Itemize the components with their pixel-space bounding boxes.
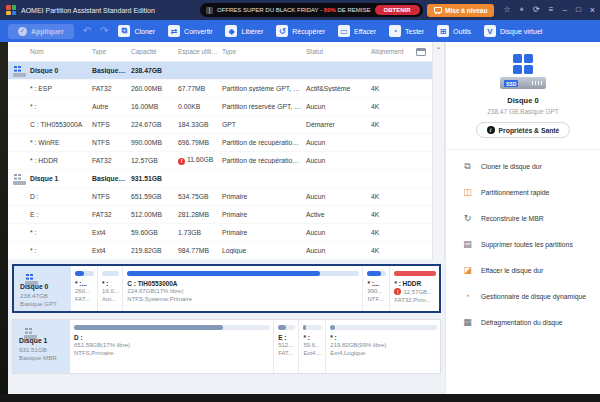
segment-label: * : HDDR	[394, 280, 436, 287]
rebuild-mbr-icon: ↻	[462, 213, 473, 224]
sidebar-action-delete-all-partitions[interactable]: ▤Supprimer toutes les partitions	[446, 231, 600, 257]
sidebar-action-wipe-disk[interactable]: ◪Effacer le disque dur	[446, 257, 600, 283]
toolbar-effacer-button[interactable]: ▭Effacer	[338, 25, 376, 37]
table-row-partition[interactable]: E :FAT32512.00MB281.28MBPrimaireActive4K	[8, 206, 432, 224]
toolbar-disque-virtuel-button[interactable]: VDisque virtuel	[484, 25, 542, 37]
table-scrollbar[interactable]: ▴ ▾	[432, 42, 445, 270]
effacer-icon: ▭	[338, 25, 350, 37]
table-row-partition[interactable]: * : ESPFAT32260.00MB67.77MBPartition sys…	[8, 80, 432, 98]
app-window: AOMEI Partition Assistant Standard Editi…	[0, 0, 600, 402]
partition-segment[interactable]: D :651.59GB(17% libre)NTFS,Primaire	[70, 320, 274, 373]
cell: Actif&Système	[306, 85, 371, 92]
table-row-disk[interactable]: Disque 0Basique GPT238.47GB	[8, 62, 432, 80]
partition-bar-fill	[330, 325, 334, 330]
toolbar-recuperer-button[interactable]: ↺Récupérer	[276, 25, 325, 37]
menu-icon[interactable]: ≡	[549, 6, 554, 14]
action-label: Effacer le disque dur	[481, 267, 543, 274]
cell: Aucun	[306, 157, 371, 164]
sidebar-action-disk-defrag[interactable]: ▦Défragmentation du disque	[446, 309, 600, 335]
cell: FAT32	[92, 211, 131, 218]
partition-segment[interactable]: C : TIH0553000A224.67GB(17% libre)NTFS,S…	[123, 266, 363, 311]
disk-panel-info: Disque 0238.47GBBasique GPT	[14, 266, 71, 311]
cell: Primaire	[222, 211, 306, 218]
sidebar-action-quick-partition[interactable]: ◫Partitionnement rapide	[446, 179, 600, 205]
toolbar-tester-button[interactable]: ◔Tester	[389, 25, 424, 37]
cell: 4K	[371, 229, 432, 236]
segment-label: * :	[303, 334, 322, 341]
cell: * : ESP	[30, 85, 92, 92]
cell: D :	[30, 193, 92, 200]
scroll-up-icon[interactable]: ▴	[437, 44, 440, 50]
cell: 224.67GB	[131, 121, 178, 128]
upgrade-button[interactable]: Mise à niveau	[427, 4, 494, 17]
black-friday-banner[interactable]: OFFRES SUPER DU BLACK FRIDAY - 80% DE RE…	[200, 3, 423, 17]
partition-segment[interactable]: * :...260...FAT...	[71, 266, 98, 311]
maximize-button[interactable]: □	[576, 6, 581, 14]
table-header: NomTypeCapacitéEspace utiliséTypeStatutA…	[8, 42, 432, 62]
partition-table: Disque 0Basique GPT238.47GB* : ESPFAT322…	[8, 62, 432, 260]
toolbar-cloner-button[interactable]: ⧉Cloner	[118, 25, 155, 37]
cell: 281.28MB	[178, 211, 222, 218]
cell: 260.00MB	[131, 85, 178, 92]
disk-panel[interactable]: Disque 1931.51GBBasique MBRD :651.59GB(1…	[12, 319, 441, 374]
sidebar-action-clone-disk[interactable]: ⧉Cloner le disque dur	[446, 153, 600, 179]
toolbar-convertir-button[interactable]: ⇄Convertir	[168, 25, 212, 37]
liberer-icon: ◆	[225, 25, 237, 37]
segment-fs: Aut...	[102, 296, 119, 302]
table-row-partition[interactable]: * :Ext4219.82GB984.77MBLogiqueAucun4K	[8, 242, 432, 260]
apply-button[interactable]: ✓ Appliquer	[8, 24, 74, 39]
cell: 4K	[371, 211, 432, 218]
partition-segment[interactable]: * : HDDR!12.57GB...FAT32,Prim...	[390, 266, 439, 311]
cell: 931.51GB	[131, 175, 178, 182]
cell: Partition de récupération, ...	[222, 139, 306, 146]
partition-bar-fill	[367, 271, 380, 276]
cell: Autre	[92, 103, 131, 110]
partition-bar	[74, 325, 270, 330]
partition-segment[interactable]: * :...990...NTF...	[363, 266, 390, 311]
close-button[interactable]: ×	[590, 6, 595, 15]
table-row-partition[interactable]: D :NTFS651.59GB534.75GBPrimaireAucun4K	[8, 188, 432, 206]
partition-segment[interactable]: * :59.6...Ext4,...	[299, 320, 326, 373]
refresh-icon[interactable]: ⟳	[533, 6, 540, 14]
table-row-partition[interactable]: * :Autre16.00MB0.00KBPartition réservée …	[8, 98, 432, 116]
minimize-button[interactable]: –	[562, 6, 566, 14]
app-logo-icon	[6, 5, 16, 15]
table-row-disk[interactable]: Disque 1Basique MBR931.51GB	[8, 170, 432, 188]
disk-icon	[13, 174, 26, 185]
partition-segment[interactable]: * :219.82GB(99% libre)Ext4,Logique	[326, 320, 440, 373]
partition-bar-fill	[127, 271, 320, 276]
cell: 59.60GB	[131, 229, 178, 236]
partition-bar	[394, 271, 436, 276]
sidebar-action-dynamic-disk-manager[interactable]: ◔Gestionnaire de disque dynamique	[446, 283, 600, 309]
cell: Partition système GPT, EFI	[222, 85, 306, 92]
cloner-icon: ⧉	[118, 25, 130, 37]
disk-panel[interactable]: Disque 0238.47GBBasique GPT* :...260...F…	[12, 264, 441, 313]
partition-segment[interactable]: E :512...FAT...	[274, 320, 299, 373]
obtenir-button[interactable]: OBTENIR	[375, 5, 420, 15]
cell: NTFS	[92, 193, 131, 200]
star-icon[interactable]: ☆	[503, 6, 510, 14]
partition-segment[interactable]: * :16.0...Aut...	[98, 266, 123, 311]
divider	[446, 149, 600, 150]
table-row-partition[interactable]: * : HDDRFAT3212.57GB!11.60GBPartition de…	[8, 152, 432, 170]
gift-icon	[206, 7, 213, 14]
toolbar-outils-button[interactable]: ⊞Outils	[437, 25, 471, 37]
partition-segments: D :651.59GB(17% libre)NTFS,PrimaireE :51…	[70, 320, 440, 373]
cell: Partition réservée GPT, Mi...	[222, 103, 306, 110]
redo-button[interactable]: ↷	[100, 26, 108, 36]
sidebar-action-rebuild-mbr[interactable]: ↻Reconstruire le MBR	[446, 205, 600, 231]
header-cell: Statut	[306, 48, 371, 55]
properties-health-button[interactable]: i Propriétés & Santé	[476, 122, 571, 138]
cell: 219.82GB	[131, 247, 178, 254]
table-row-partition[interactable]: C : TIH0553000ANTFS224.67GB184.33GBGPTDé…	[8, 116, 432, 134]
column-settings-icon[interactable]	[416, 48, 426, 56]
table-row-partition[interactable]: * : WinRENTFS990.00MB696.79MBPartition d…	[8, 134, 432, 152]
undo-button[interactable]: ↶	[83, 26, 91, 36]
cell: 0.00KB	[178, 103, 222, 110]
pin-icon[interactable]: ⌖	[520, 6, 525, 14]
info-icon: i	[487, 126, 495, 134]
promo-discount: 80%	[324, 7, 336, 13]
table-row-partition[interactable]: * :Ext459.60GB1.73GBPrimaireAucun4K	[8, 224, 432, 242]
toolbar-liberer-button[interactable]: ◆Libérer	[225, 25, 263, 37]
cell: NTFS	[92, 121, 131, 128]
